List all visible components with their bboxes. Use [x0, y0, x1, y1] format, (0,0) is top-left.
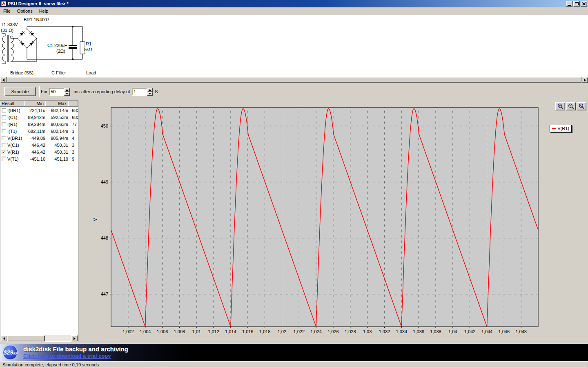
- result-name: I(BR1): [7, 108, 24, 113]
- circuit-schematic[interactable]: BR1 1N4007 T1 333V (31 Ω) C1 220uF (2Ω) …: [0, 15, 114, 77]
- result-min: -89,942m: [24, 115, 45, 120]
- scroll-left-button[interactable]: [0, 77, 7, 83]
- result-row[interactable]: V(C1)446,42450,313: [0, 141, 78, 148]
- result-min: -224,11u: [24, 108, 45, 113]
- duration-input[interactable]: 50: [49, 88, 64, 96]
- zoom-controls: [555, 102, 586, 110]
- status-text: Simulation complete, elapsed time 0,19 s…: [1, 362, 587, 368]
- x-tick-label: 1,014: [225, 329, 236, 334]
- result-checkbox[interactable]: ✓: [2, 150, 6, 154]
- result-checkbox[interactable]: [2, 122, 6, 126]
- result-row[interactable]: V(T1)-451,10451,109: [0, 155, 78, 162]
- window-title: PSU Designer II <new file> *: [8, 1, 565, 6]
- menu-options[interactable]: Options: [14, 8, 36, 14]
- result-min: 89,284m: [24, 122, 45, 127]
- capacitor-impedance-label: (2Ω): [56, 49, 65, 54]
- scroll-right-button[interactable]: [71, 335, 78, 341]
- delay-input[interactable]: 1: [132, 88, 147, 96]
- badge-price: $29: [4, 349, 13, 356]
- x-tick-label: 1,008: [174, 329, 185, 334]
- result-row[interactable]: I(C1)-89,942m592,53m682: [0, 114, 78, 121]
- legend-box[interactable]: V(R1): [550, 125, 572, 132]
- result-row[interactable]: V(BR1)-449,89905,94m4: [0, 135, 78, 141]
- close-button[interactable]: [581, 1, 587, 7]
- bridge-label: BR1 1N4007: [24, 17, 49, 22]
- plot-background[interactable]: [111, 108, 538, 327]
- x-tick-label: 1,022: [293, 329, 305, 334]
- column-header-max[interactable]: Max: [45, 101, 68, 107]
- result-checkbox[interactable]: [2, 108, 6, 112]
- x-tick-label: 1,048: [515, 329, 527, 334]
- column-header-min[interactable]: Min: [24, 101, 45, 107]
- badge-cents: 95: [13, 352, 17, 355]
- x-tick-label: 1,004: [140, 329, 151, 334]
- result-max: 592,53m: [45, 115, 68, 120]
- ad-banner[interactable]: $2995 disk2disk File backup and archivin…: [0, 344, 588, 361]
- close-icon: [582, 2, 586, 5]
- x-tick-label: 1,03: [363, 329, 372, 334]
- zoom-in-button[interactable]: [555, 102, 565, 110]
- y-tick-label: 448: [101, 236, 108, 240]
- delay-spin-up[interactable]: [147, 88, 153, 92]
- ad-download-link[interactable]: Click here to download a trial copy: [23, 353, 111, 359]
- capacitor-label: C1 220uF: [47, 43, 67, 48]
- result-checkbox[interactable]: [2, 136, 6, 140]
- transformer-impedance-label: (31 Ω): [1, 28, 13, 33]
- delay-spinner[interactable]: 1: [132, 88, 153, 96]
- x-tick-label: 1,024: [310, 329, 322, 334]
- duration-spin-down[interactable]: [64, 92, 70, 96]
- result-row[interactable]: I(T1)-682,11m682,14m1: [0, 128, 78, 135]
- delay-spin-down[interactable]: [147, 92, 153, 96]
- scrollbar-thumb[interactable]: [7, 77, 581, 83]
- result-checkbox[interactable]: [2, 143, 6, 147]
- duration-spinner[interactable]: 50: [49, 88, 70, 96]
- legend-label: V(R1): [557, 126, 569, 131]
- circuit-wires: [2, 27, 85, 64]
- menu-help[interactable]: Help: [36, 8, 52, 14]
- resistor-label: R1: [86, 41, 91, 46]
- x-tick-label: 1,044: [481, 329, 493, 334]
- simulate-button[interactable]: Simulate: [4, 87, 36, 96]
- zoom-out-button[interactable]: [566, 102, 576, 110]
- ad-headline: disk2disk File backup and archiving: [23, 346, 128, 352]
- result-extra: 4: [68, 136, 78, 141]
- waveform-plot[interactable]: V 1,0021,0041,0061,0081,011,0121,0141,01…: [78, 100, 588, 344]
- x-tick-label: 1,01: [192, 329, 200, 334]
- zoom-off-button[interactable]: [577, 102, 586, 110]
- column-header-extra[interactable]: [68, 101, 78, 107]
- x-tick-label: 1,018: [259, 329, 271, 334]
- column-header-result[interactable]: Result: [0, 101, 24, 107]
- scroll-left-button[interactable]: [1, 335, 7, 341]
- scrollbar-thumb[interactable]: [7, 335, 45, 341]
- duration-spin-up[interactable]: [64, 88, 70, 92]
- y-axis-label: V: [93, 218, 98, 221]
- result-max: 90,063m: [45, 122, 68, 127]
- x-tick-label: 1,028: [345, 329, 356, 334]
- window-restore-icon: [575, 2, 579, 5]
- result-row[interactable]: I(BR1)-224,11u682,14m682: [0, 107, 78, 114]
- title-bar: PSU Designer II <new file> *: [0, 0, 588, 7]
- scroll-right-button[interactable]: [581, 77, 588, 83]
- arrow-right-icon: [74, 337, 76, 340]
- result-row[interactable]: ✓V(R1)446,42450,313: [0, 148, 78, 155]
- price-badge: $2995: [3, 345, 18, 360]
- result-min: -451,10: [24, 157, 45, 162]
- maximize-button[interactable]: [573, 1, 580, 7]
- result-checkbox[interactable]: [2, 157, 6, 161]
- schematic-scrollbar[interactable]: [0, 77, 588, 83]
- result-max: 905,94m: [45, 136, 68, 141]
- scrollbar-track[interactable]: [45, 335, 71, 341]
- arrow-left-icon: [2, 79, 4, 82]
- x-tick-label: 1,016: [242, 329, 254, 334]
- result-extra: 3: [68, 150, 78, 155]
- minimize-button[interactable]: [566, 1, 572, 7]
- result-checkbox[interactable]: [2, 129, 6, 133]
- result-row[interactable]: I(R1)89,284m90,063m77: [0, 121, 78, 128]
- result-checkbox[interactable]: [2, 115, 6, 119]
- menu-file[interactable]: File: [0, 8, 14, 14]
- arrow-down-icon: [66, 93, 68, 94]
- bridge-rectifier: [17, 29, 37, 48]
- schematic-panel: BR1 1N4007 T1 333V (31 Ω) C1 220uF (2Ω) …: [0, 15, 588, 77]
- section-bridge-label: Bridge (SS): [10, 70, 33, 75]
- results-scrollbar[interactable]: [1, 335, 78, 341]
